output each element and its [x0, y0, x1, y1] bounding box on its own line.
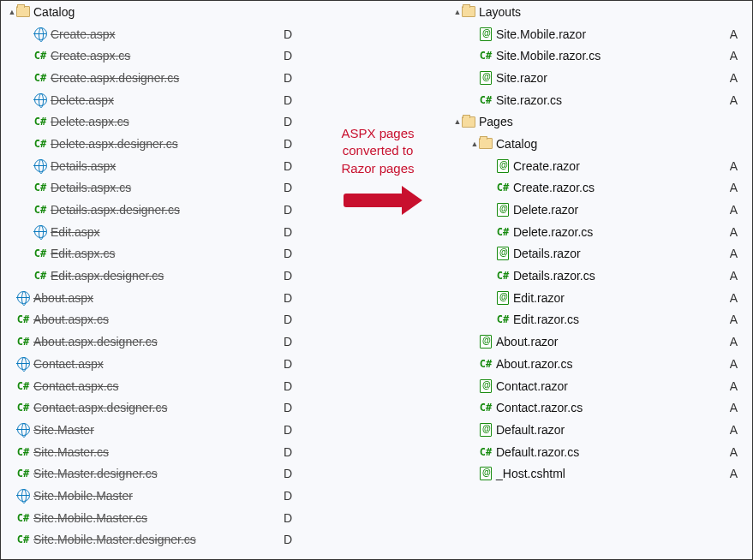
tree-row[interactable]: C#Details.aspx.csD — [1, 177, 309, 200]
tree-row[interactable]: C#Edit.aspx.csD — [1, 243, 309, 265]
tree-row[interactable]: Site.Mobile.MasterD — [1, 485, 309, 507]
globe-icon — [33, 225, 47, 239]
tree-row[interactable]: Contact.aspxD — [1, 353, 309, 375]
csharp-icon: C# — [496, 269, 510, 283]
tree-node-label: Site.Mobile.Master.designer.cs — [33, 533, 196, 546]
annotation-line: Razor pages — [318, 160, 438, 177]
tree-row[interactable]: Create.aspxD — [1, 23, 309, 45]
tree-node-label: Delete.aspx.cs — [51, 115, 129, 128]
tree-row[interactable]: Create.razorA — [446, 155, 753, 177]
tree-node-label: Site.Mobile.Master.cs — [33, 511, 147, 525]
tree-node-label: Delete.razor — [513, 203, 578, 217]
vcs-status-letter: D — [284, 159, 292, 173]
tree-node-label: About.aspx.cs — [33, 313, 109, 326]
vcs-status-letter: A — [730, 203, 738, 217]
tree-node-label: Default.razor.cs — [496, 445, 579, 459]
tree-node-label: About.aspx — [33, 291, 93, 305]
vcs-status-letter: D — [284, 357, 292, 371]
tree-row[interactable]: C#Site.Mobile.razor.csA — [446, 45, 753, 67]
vcs-status-letter: A — [730, 269, 738, 283]
tree-row[interactable]: C#Default.razor.csA — [446, 441, 753, 463]
tree-node-label: Details.aspx.cs — [51, 181, 131, 194]
tree-row[interactable]: C#Create.razor.csA — [446, 177, 753, 200]
tree-node-label: About.razor.cs — [496, 357, 573, 371]
tree-row[interactable]: C#Site.razor.csA — [446, 89, 753, 111]
tree-row[interactable]: C#Details.aspx.designer.csD — [1, 199, 309, 221]
folder-icon — [479, 137, 493, 151]
tree-row[interactable]: C#About.razor.csA — [446, 353, 753, 375]
tree-node-label: Details.razor.cs — [513, 269, 595, 283]
vcs-status-letter: A — [730, 357, 738, 371]
vcs-status-letter: A — [730, 71, 738, 85]
vcs-status-letter: D — [284, 115, 292, 128]
tree-row[interactable]: C#Contact.razor.csA — [446, 396, 753, 419]
tree-row[interactable]: C#Edit.aspx.designer.csD — [1, 265, 309, 287]
vcs-status-letter: D — [284, 71, 292, 85]
tree-row[interactable]: Contact.razorA — [446, 375, 753, 397]
tree-row[interactable]: C#Details.razor.csA — [446, 265, 753, 287]
tree-row[interactable]: C#Site.Master.designer.csD — [1, 462, 309, 485]
tree-row[interactable]: ▲Pages — [446, 110, 753, 133]
tree-row[interactable]: About.aspxD — [1, 287, 309, 309]
vcs-status-letter: A — [730, 49, 738, 63]
tree-node-label: Site.razor.cs — [496, 93, 562, 107]
tree-node-label: Delete.razor.cs — [513, 225, 593, 239]
razor-icon — [496, 247, 510, 260]
tree-row[interactable]: C#About.aspx.designer.csD — [1, 331, 309, 353]
tree-row[interactable]: Default.razorA — [446, 419, 753, 441]
tree-row[interactable]: C#About.aspx.csD — [1, 309, 309, 331]
csharp-icon: C# — [479, 93, 493, 107]
tree-row[interactable]: Site.Mobile.razorA — [446, 23, 753, 45]
tree-row[interactable]: Details.aspxD — [1, 155, 309, 177]
tree-row[interactable]: C#Site.Mobile.Master.designer.csD — [1, 529, 309, 551]
csharp-icon: C# — [16, 445, 30, 459]
tree-row[interactable]: C#Contact.aspx.designer.csD — [1, 396, 309, 419]
tree-row[interactable]: C#Create.aspx.csD — [1, 45, 309, 67]
tree-row[interactable]: ▲Catalog — [446, 133, 753, 155]
tree-row[interactable]: ▲Layouts — [446, 1, 753, 23]
tree-row[interactable]: ▲Catalog — [1, 1, 309, 23]
globe-icon — [16, 357, 30, 371]
right-tree-panel: ▲LayoutsSite.Mobile.razorAC#Site.Mobile.… — [446, 1, 753, 560]
razor-icon — [479, 423, 493, 437]
tree-node-label: Layouts — [479, 5, 521, 19]
annotation-line: converted to — [318, 142, 438, 159]
expand-toggle-icon[interactable]: ▲ — [470, 140, 479, 148]
tree-row[interactable]: Delete.aspxD — [1, 89, 309, 111]
tree-row[interactable]: About.razorA — [446, 331, 753, 353]
tree-row[interactable]: C#Site.Master.csD — [1, 441, 309, 463]
expand-toggle-icon[interactable]: ▲ — [8, 8, 16, 16]
tree-node-label: Site.Master.cs — [33, 445, 109, 459]
vcs-status-letter: A — [730, 247, 738, 260]
csharp-icon: C# — [479, 49, 493, 63]
tree-row[interactable]: Delete.razorA — [446, 199, 753, 221]
vcs-status-letter: D — [284, 181, 292, 194]
expand-toggle-icon[interactable]: ▲ — [453, 8, 462, 16]
tree-row[interactable]: C#Create.aspx.designer.csD — [1, 67, 309, 89]
tree-row[interactable]: Details.razorA — [446, 243, 753, 265]
tree-row[interactable]: C#Edit.razor.csA — [446, 309, 753, 331]
tree-row[interactable]: Edit.aspxD — [1, 221, 309, 243]
csharp-icon: C# — [16, 511, 30, 525]
tree-row[interactable]: Site.MasterD — [1, 419, 309, 441]
vcs-status-letter: D — [284, 27, 292, 41]
tree-node-label: Contact.razor.cs — [496, 401, 583, 414]
vcs-status-letter: A — [730, 93, 738, 107]
csharp-icon: C# — [33, 49, 47, 63]
csharp-icon: C# — [33, 269, 47, 283]
vcs-status-letter: D — [284, 137, 292, 151]
tree-row[interactable]: Edit.razorA — [446, 287, 753, 309]
tree-row[interactable]: _Host.cshtmlA — [446, 462, 753, 485]
expand-toggle-icon[interactable]: ▲ — [453, 117, 462, 126]
vcs-status-letter: D — [284, 49, 292, 63]
tree-node-label: Create.razor.cs — [513, 181, 595, 194]
vcs-status-letter: D — [284, 489, 292, 503]
csharp-icon: C# — [479, 445, 493, 459]
tree-row[interactable]: Site.razorA — [446, 67, 753, 89]
tree-row[interactable]: C#Contact.aspx.csD — [1, 375, 309, 397]
tree-row[interactable]: C#Delete.aspx.csD — [1, 110, 309, 133]
tree-row[interactable]: C#Site.Mobile.Master.csD — [1, 507, 309, 529]
tree-row[interactable]: C#Delete.razor.csA — [446, 221, 753, 243]
tree-node-label: Delete.aspx — [51, 93, 114, 107]
tree-row[interactable]: C#Delete.aspx.designer.csD — [1, 133, 309, 155]
